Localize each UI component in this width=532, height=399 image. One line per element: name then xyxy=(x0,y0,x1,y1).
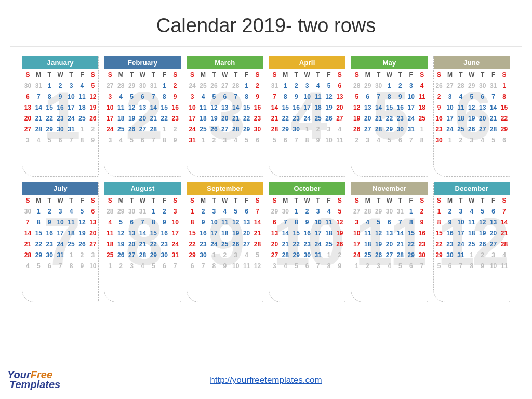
day-cell: 10 xyxy=(406,91,417,102)
day-cell: 15 xyxy=(148,228,159,238)
day-cell: 30 xyxy=(22,80,33,91)
day-cell: 14 xyxy=(280,228,291,238)
day-cell: 4 xyxy=(76,80,87,91)
day-cell: 5 xyxy=(351,91,362,102)
day-cell: 4 xyxy=(66,206,77,217)
day-cell: 14 xyxy=(373,102,384,113)
day-cell: 20 xyxy=(269,238,280,249)
month-table: SMTWTFS123456789101112131415161718192021… xyxy=(187,195,263,271)
day-cell: 5 xyxy=(269,135,280,145)
day-cell: 12 xyxy=(87,91,98,102)
day-cell: 5 xyxy=(126,91,137,102)
dow-header: F xyxy=(76,195,87,206)
day-cell: 25 xyxy=(66,238,77,249)
day-cell: 15 xyxy=(280,102,291,113)
day-cell: 29 xyxy=(148,249,159,260)
day-cell: 1 xyxy=(66,249,77,260)
day-cell: 26 xyxy=(76,238,87,249)
day-cell: 1 xyxy=(291,206,302,217)
day-cell: 6 xyxy=(269,217,280,228)
day-cell: 21 xyxy=(22,238,33,249)
day-cell: 9 xyxy=(44,217,55,228)
day-cell: 5 xyxy=(466,91,477,102)
day-cell: 7 xyxy=(198,260,209,271)
dow-header: S xyxy=(22,69,33,80)
month-table: SMTWTFS282930311234567891011121314151617… xyxy=(104,195,180,271)
day-cell: 30 xyxy=(373,80,384,91)
day-cell: 3 xyxy=(22,135,33,145)
day-cell: 25 xyxy=(466,238,477,249)
day-cell: 24 xyxy=(208,238,219,249)
day-cell: 26 xyxy=(208,124,219,135)
month-march: March3SMTWTFS242526272812345678910111213… xyxy=(187,56,263,177)
day-cell: 9 xyxy=(395,91,406,102)
day-cell: 16 xyxy=(198,228,209,238)
day-cell: 3 xyxy=(488,249,499,260)
dow-header: W xyxy=(302,195,313,206)
calendar-grid: January1SMTWTFS3031123456789101112131415… xyxy=(0,56,532,302)
day-cell: 29 xyxy=(33,249,44,260)
dow-header: T xyxy=(395,69,406,80)
day-cell: 12 xyxy=(126,102,137,113)
day-cell: 19 xyxy=(230,228,241,238)
day-cell: 6 xyxy=(302,260,313,271)
day-cell: 5 xyxy=(488,135,499,145)
day-cell: 1 xyxy=(406,206,417,217)
day-cell: 11 xyxy=(334,135,345,145)
day-cell: 1 xyxy=(148,206,159,217)
dow-header: T xyxy=(291,195,302,206)
day-cell: 8 xyxy=(406,217,417,228)
day-cell: 7 xyxy=(269,91,280,102)
day-cell: 9 xyxy=(302,217,313,228)
day-cell: 3 xyxy=(302,80,313,91)
day-cell: 28 xyxy=(269,124,280,135)
day-cell: 30 xyxy=(445,249,456,260)
day-cell: 7 xyxy=(170,260,181,271)
day-cell: 28 xyxy=(362,206,373,217)
day-cell: 10 xyxy=(302,91,313,102)
day-cell: 5 xyxy=(477,206,488,217)
month-table: SMTWTFS123456789101112131415161718192021… xyxy=(434,195,510,271)
day-cell: 24 xyxy=(187,124,198,135)
day-cell: 1 xyxy=(76,124,87,135)
page-title: Calendar 2019- two rows xyxy=(0,0,532,46)
day-cell: 6 xyxy=(252,135,263,145)
dow-header: W xyxy=(466,195,477,206)
day-cell: 8 xyxy=(187,217,198,228)
day-cell: 2 xyxy=(455,135,466,145)
day-cell: 4 xyxy=(313,80,324,91)
day-cell: 26 xyxy=(87,113,98,124)
day-cell: 5 xyxy=(334,206,345,217)
day-cell: 7 xyxy=(55,260,66,271)
day-cell: 25 xyxy=(324,238,335,249)
footer-link[interactable]: http://yourfreetemplates.com xyxy=(210,375,322,385)
day-cell: 26 xyxy=(126,124,137,135)
day-cell: 26 xyxy=(466,124,477,135)
day-cell: 2 xyxy=(417,206,428,217)
day-cell: 23 xyxy=(417,238,428,249)
day-cell: 12 xyxy=(334,217,345,228)
day-cell: 2 xyxy=(115,260,126,271)
day-cell: 5 xyxy=(148,260,159,271)
day-cell: 15 xyxy=(187,228,198,238)
day-cell: 15 xyxy=(499,102,510,113)
dow-header: F xyxy=(159,195,170,206)
dow-header: M xyxy=(198,69,209,80)
dow-header: S xyxy=(417,195,428,206)
day-cell: 18 xyxy=(455,113,466,124)
month-header: March xyxy=(187,56,263,69)
day-cell: 6 xyxy=(137,135,148,145)
day-cell: 27 xyxy=(104,80,115,91)
day-cell: 18 xyxy=(362,238,373,249)
day-cell: 10 xyxy=(351,228,362,238)
day-cell: 12 xyxy=(115,228,126,238)
day-cell: 3 xyxy=(187,91,198,102)
dow-header: W xyxy=(55,69,66,80)
day-cell: 7 xyxy=(148,91,159,102)
day-cell: 26 xyxy=(373,249,384,260)
day-cell: 1 xyxy=(187,206,198,217)
day-cell: 16 xyxy=(44,228,55,238)
day-cell: 9 xyxy=(159,217,170,228)
day-cell: 3 xyxy=(104,135,115,145)
day-cell: 4 xyxy=(417,80,428,91)
